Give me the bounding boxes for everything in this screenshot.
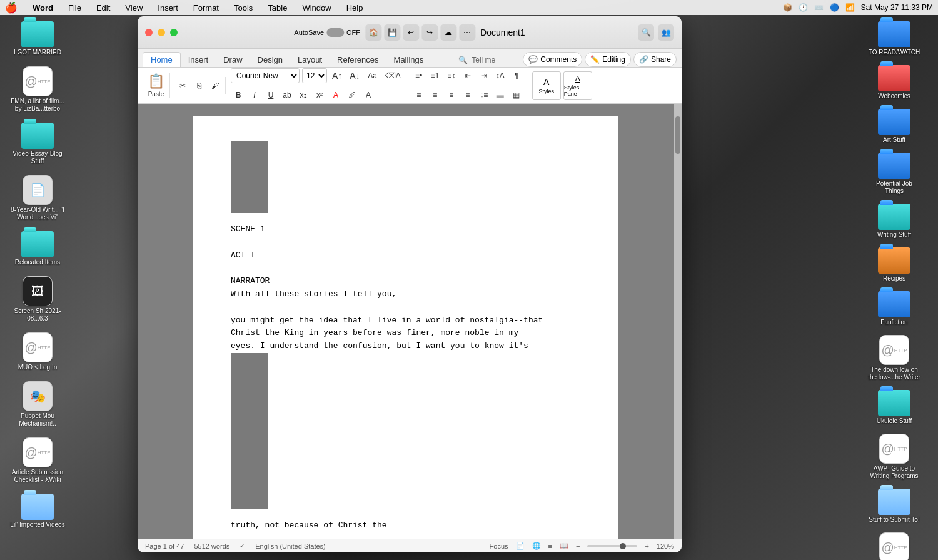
home-button[interactable]: 🏠 — [365, 24, 381, 41]
desktop-icon-relocated[interactable]: Relocated Items — [6, 229, 69, 269]
document-page[interactable]: SCENE 1 ACT I NARRATOR With all these st… — [193, 116, 618, 539]
menubar-word[interactable]: Word — [30, 3, 56, 12]
menubar-file[interactable]: File — [66, 3, 84, 12]
styles-button[interactable]: A Styles — [532, 71, 561, 100]
increase-indent-button[interactable]: ⇥ — [477, 67, 492, 84]
highlight-button[interactable]: 🖊 — [345, 86, 360, 104]
zoom-out-button[interactable]: − — [576, 542, 580, 550]
editing-button[interactable]: ✏️Editing — [585, 52, 631, 67]
desktop-icon-writing[interactable]: Writing Stuff — [857, 201, 932, 241]
font-name-select[interactable]: Courier New — [231, 68, 300, 83]
superscript-button[interactable]: x² — [312, 86, 327, 104]
grow-font-button[interactable]: A↑ — [330, 67, 345, 84]
search-icon[interactable]: 🔍 — [638, 24, 654, 41]
autosave-toggle[interactable]: AutoSave OFF — [294, 28, 360, 37]
clear-formatting-button[interactable]: ⌫A — [383, 67, 403, 84]
shading-button[interactable]: ▬ — [493, 86, 508, 104]
desktop-icon-video-essay[interactable]: Video-Essay-Blog Stuff — [6, 120, 69, 168]
line-spacing-button[interactable]: ↕≡ — [477, 86, 492, 104]
align-right-button[interactable]: ≡ — [444, 86, 459, 104]
decrease-indent-button[interactable]: ⇤ — [460, 67, 475, 84]
document-content[interactable]: SCENE 1 ACT I NARRATOR With all these st… — [138, 104, 674, 539]
menubar-tools[interactable]: Tools — [231, 3, 255, 12]
bullets-button[interactable]: ≡• — [411, 67, 426, 84]
zoom-slider[interactable] — [587, 545, 637, 548]
view-web-icon[interactable]: 🌐 — [532, 542, 541, 550]
close-button[interactable] — [145, 29, 153, 36]
save-button[interactable]: 💾 — [384, 24, 400, 41]
desktop-icon-querytracker[interactable]: @HTTP QueryTracker | Find liter...atabas… — [857, 530, 932, 560]
strikethrough-button[interactable]: ab — [280, 86, 295, 104]
menubar-help[interactable]: Help — [344, 3, 366, 12]
shrink-font-button[interactable]: A↓ — [347, 67, 362, 84]
view-layout-icon[interactable]: 📄 — [516, 542, 525, 550]
align-center-button[interactable]: ≡ — [428, 86, 443, 104]
redo-button[interactable]: ↪ — [421, 24, 438, 41]
tab-layout[interactable]: Layout — [290, 52, 330, 67]
cut-button[interactable]: ✂ — [175, 77, 190, 94]
menubar-window[interactable]: Window — [300, 3, 333, 12]
font-size-select[interactable]: 12 — [302, 68, 327, 83]
numbering-button[interactable]: ≡1 — [428, 67, 443, 84]
menubar-edit[interactable]: Edit — [94, 3, 113, 12]
desktop-icon-married[interactable]: I GOT MARRIED — [6, 19, 69, 59]
tab-insert[interactable]: Insert — [181, 52, 216, 67]
font-case-button[interactable]: Aa — [365, 67, 380, 84]
desktop-icon-webcomics[interactable]: Webcomics — [857, 62, 932, 102]
tab-tell-me[interactable]: 🔍Tell me — [453, 53, 500, 67]
text-color-button[interactable]: A — [361, 86, 376, 104]
apple-menu[interactable]: 🍎 — [5, 2, 18, 14]
undo-button[interactable]: ↩ — [403, 24, 419, 41]
tab-mailings[interactable]: Mailings — [386, 52, 431, 67]
desktop-icon-imported[interactable]: Lil' Imported Videos — [6, 491, 69, 531]
show-formatting-button[interactable]: ¶ — [509, 67, 524, 84]
format-painter-button[interactable]: 🖌 — [208, 77, 223, 94]
desktop-icon-ukulele[interactable]: Ukulele Stuff — [857, 388, 932, 428]
fullscreen-button[interactable] — [170, 29, 178, 36]
more-button[interactable]: ⋯ — [459, 24, 475, 41]
view-outline-icon[interactable]: ≡ — [548, 542, 552, 550]
desktop-icon-potential-job[interactable]: Potential Job Things — [857, 150, 932, 198]
share-icon[interactable]: 👥 — [658, 24, 674, 41]
zoom-in-button[interactable]: + — [645, 542, 648, 550]
align-left-button[interactable]: ≡ — [411, 86, 426, 104]
comments-button[interactable]: 💬Comments — [523, 52, 582, 67]
minimize-button[interactable] — [158, 29, 165, 36]
desktop-icon-artstuff[interactable]: Art Stuff — [857, 106, 932, 146]
tab-design[interactable]: Design — [250, 52, 290, 67]
multilevel-list-button[interactable]: ≡↕ — [444, 67, 459, 84]
menubar-format[interactable]: Format — [191, 3, 221, 12]
desktop-icon-muo[interactable]: @HTTP MUO < Log In — [6, 330, 69, 374]
share-button[interactable]: 🔗Share — [633, 52, 677, 67]
styles-pane-button[interactable]: A Styles Pane — [563, 71, 592, 100]
underline-button[interactable]: U — [263, 86, 278, 104]
copy-button[interactable]: ⎘ — [191, 77, 206, 94]
scroll-thumb[interactable] — [675, 116, 680, 154]
font-color-button[interactable]: A — [328, 86, 343, 104]
justify-button[interactable]: ≡ — [460, 86, 475, 104]
desktop-icon-awp[interactable]: @HTTP AWP- Guide to Writing Programs — [857, 431, 932, 482]
desktop-icon-fanfiction[interactable]: Fanfiction — [857, 289, 932, 329]
desktop-icon-downlow[interactable]: @HTTP The down low on the low-...he Writ… — [857, 332, 932, 384]
paste-button[interactable]: 📋 — [148, 73, 164, 89]
borders-button[interactable]: ▦ — [509, 86, 524, 104]
tab-draw[interactable]: Draw — [216, 52, 250, 67]
subscript-button[interactable]: x₂ — [296, 86, 311, 104]
desktop-icon-puppet[interactable]: 🎭 Puppet Mou Mechanism!.. — [6, 379, 69, 430]
bold-button[interactable]: B — [231, 86, 246, 104]
desktop-icon-recipes[interactable]: Recipes — [857, 245, 932, 285]
desktop-icon-8yearold[interactable]: 📄 8-Year-Old Writ... "I Wond...oes Vi" — [6, 172, 69, 224]
scrollbar[interactable] — [674, 104, 682, 539]
desktop-icon-toread[interactable]: TO READ/WATCH — [857, 19, 932, 59]
menubar-table[interactable]: Table — [265, 3, 290, 12]
menubar-view[interactable]: View — [123, 3, 145, 12]
sort-button[interactable]: ↕A — [493, 67, 508, 84]
tab-home[interactable]: Home — [143, 52, 181, 67]
tab-references[interactable]: References — [330, 52, 386, 67]
cloud-button[interactable]: ☁ — [440, 24, 456, 41]
view-read-icon[interactable]: 📖 — [560, 542, 568, 550]
desktop-icon-article[interactable]: @HTTP Article Submission Checklist - XWi… — [6, 435, 69, 486]
desktop-icon-screenshot[interactable]: 🖼 Screen Sh 2021-08...6.3 — [6, 274, 69, 325]
focus-button[interactable]: Focus — [490, 542, 508, 550]
italic-button[interactable]: I — [247, 86, 262, 104]
